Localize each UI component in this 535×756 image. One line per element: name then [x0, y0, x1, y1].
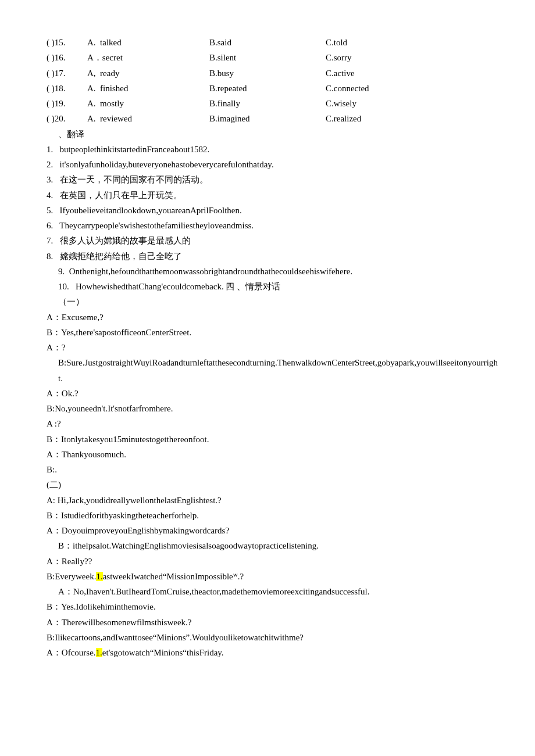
- dialog-line: B:Everyweek.1.astweekIwatched“MissionImp…: [47, 569, 500, 584]
- mc-row: ( )15. A. talked B.said C.told: [47, 35, 500, 50]
- dialog-line: A：Ok.?: [47, 386, 500, 401]
- text-run: B:Everyweek.: [47, 572, 96, 581]
- dialog2-header: (二): [47, 477, 500, 492]
- trans-line: 4. 在英国，人们只在早上开玩笑。: [47, 188, 500, 203]
- trans-line: 9. Onthenight,hefoundthatthemoonwassobri…: [47, 264, 500, 279]
- mc-b: B.imagined: [209, 111, 326, 126]
- mc-num: ( )19.: [47, 96, 87, 111]
- mc-a: A．secret: [87, 50, 209, 65]
- mc-row: ( )17. A, ready B.busy C.active: [47, 66, 500, 81]
- mc-b: B.said: [209, 35, 326, 50]
- mc-c: C.sorry: [326, 50, 442, 65]
- mc-b: B.silent: [209, 50, 326, 65]
- mc-num: ( )16.: [47, 50, 87, 65]
- mc-a: A, ready: [87, 66, 209, 81]
- dialog-line: A：No,Ihaven't.ButIheardTomCruise,theacto…: [47, 584, 500, 599]
- dialog-line: A：Ofcourse.1.et'sgotowatch“Minions“thisF…: [47, 645, 500, 660]
- dialog-line: B:.: [47, 462, 500, 477]
- dialog-line: B:No,youneedn't.It'snotfarfromhere.: [47, 401, 500, 416]
- dialog-line: B：Istudiedforitbyaskingtheteacherforhelp…: [47, 508, 500, 523]
- mc-num: ( )18.: [47, 81, 87, 96]
- highlight-text: 1.: [96, 572, 102, 581]
- section-header-translate: 、翻译: [47, 127, 500, 142]
- mc-c: C.realized: [326, 111, 442, 126]
- mc-a: A. mostly: [87, 96, 209, 111]
- trans-line: 10. HowhewishedthatChang'ecouldcomeback.…: [47, 279, 500, 294]
- mc-row: ( )20. A. reviewed B.imagined C.realized: [47, 111, 500, 126]
- mc-row: ( )18. A. finished B.repeated C.connecte…: [47, 81, 500, 96]
- mc-a: A. reviewed: [87, 111, 209, 126]
- mc-num: ( )17.: [47, 66, 87, 81]
- mc-a: A. finished: [87, 81, 209, 96]
- mc-num: ( )15.: [47, 35, 87, 50]
- dialog-line: B：Itonlytakesyou15minutestogetthereonfoo…: [47, 432, 500, 447]
- mc-a: A. talked: [87, 35, 209, 50]
- dialog-line: A：?: [47, 340, 500, 355]
- mc-num: ( )20.: [47, 111, 87, 126]
- mc-c: C.active: [326, 66, 442, 81]
- dialog-line: B：Yes.Idolikehiminthemovie.: [47, 599, 500, 614]
- dialog-line: B:Ilikecartoons,andIwanttosee“Minions”.W…: [47, 630, 500, 645]
- trans-line: 3. 在这一天，不同的国家有不同的活动。: [47, 172, 500, 187]
- mc-c: C.wisely: [326, 96, 442, 111]
- trans-line: 6. Theycarrypeople'swishestothefamiliest…: [47, 218, 500, 233]
- mc-b: B.busy: [209, 66, 326, 81]
- mc-c: C.connected: [326, 81, 442, 96]
- mc-row: ( )16. A．secret B.silent C.sorry: [47, 50, 500, 65]
- dialog-line: A：Excuseme,?: [47, 310, 500, 325]
- text-run: A：Ofcourse.: [47, 648, 96, 657]
- text-run: astweekIwatched“MissionImpossibleʷ.?: [103, 572, 244, 581]
- dialog-line: A: Hi,Jack,youdidreallywellonthelastEngl…: [47, 493, 500, 508]
- mc-b: B.finally: [209, 96, 326, 111]
- dialog-line: A :?: [47, 416, 500, 431]
- trans-line: 8. 嫦娥拒绝把药给他，自己全吃了: [47, 249, 500, 264]
- dialog1-header: （一）: [47, 294, 500, 309]
- trans-line: 5. Ifyoubelieveitandlookdown,youareanApr…: [47, 203, 500, 218]
- mc-b: B.repeated: [209, 81, 326, 96]
- trans-line: 1. butpeoplethinkitstartedinFranceabout1…: [47, 142, 500, 157]
- trans-line: 7. 很多人认为嫦娥的故事是最感人的: [47, 233, 500, 248]
- dialog-line: B：ithelpsalot.WatchingEnglishmoviesisals…: [47, 538, 500, 553]
- mc-row: ( )19. A. mostly B.finally C.wisely: [47, 96, 500, 111]
- dialog-line: B：Yes,there'sapostofficeonCenterStreet.: [47, 325, 500, 340]
- dialog-line: A：Thankyousomuch.: [47, 447, 500, 462]
- dialog-line: B:Sure.JustgostraightWuyiRoadandturnleft…: [47, 355, 500, 386]
- trans-line: 2. it'sonlyafunholiday,buteveryonehastob…: [47, 157, 500, 172]
- dialog-line: A：Therewillbesomenewfilmsthisweek.?: [47, 615, 500, 630]
- highlight-text: 1.: [96, 648, 102, 657]
- mc-c: C.told: [326, 35, 442, 50]
- dialog-line: A：Really??: [47, 554, 500, 569]
- dialog-line: A：DoyouimproveyouEnglishbymakingwordcard…: [47, 523, 500, 538]
- text-run: et'sgotowatch“Minions“thisFriday.: [102, 648, 224, 657]
